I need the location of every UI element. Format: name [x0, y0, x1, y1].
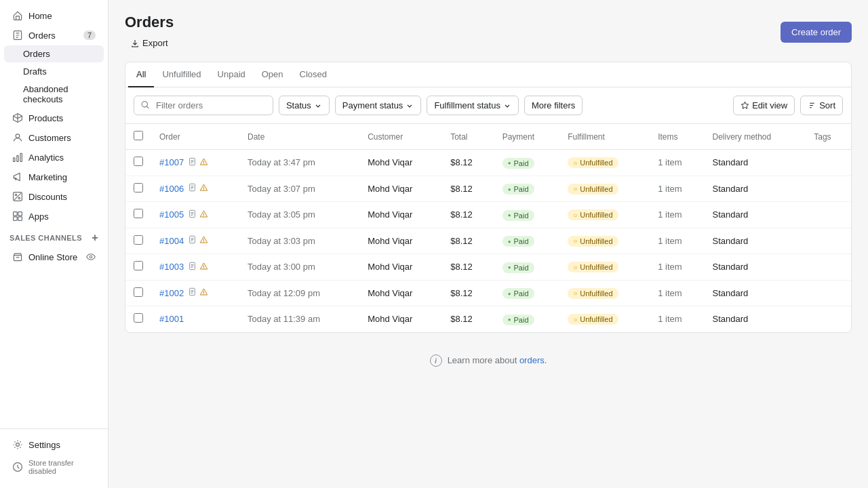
sort-button[interactable]: Sort [800, 96, 843, 115]
svg-rect-8 [14, 212, 18, 216]
row-date-cell: Today at 11:39 am [239, 306, 359, 332]
row-customer-cell: Mohd Viqar [359, 202, 442, 228]
sidebar-item-orders-sub[interactable]: Orders [4, 45, 104, 62]
doc-icon [188, 287, 197, 298]
row-checkbox[interactable] [134, 313, 143, 323]
row-fulfillment-cell: Unfulfilled [559, 176, 650, 202]
orders-tabs: All Unfulfilled Unpaid Open Closed [125, 62, 851, 87]
svg-rect-9 [18, 212, 22, 216]
sidebar-item-discounts[interactable]: Discounts [4, 187, 104, 206]
row-checkbox-cell[interactable] [125, 202, 151, 228]
row-checkbox[interactable] [134, 157, 143, 166]
sidebar-item-online-store[interactable]: Online Store [4, 247, 104, 266]
sidebar-item-marketing-label: Marketing [28, 172, 67, 182]
sidebar-item-home[interactable]: Home [4, 6, 104, 25]
sidebar-item-customers[interactable]: Customers [4, 128, 104, 147]
sidebar-item-store-transfer[interactable]: Store transfer disabled [4, 455, 104, 479]
fulfillment-status-filter-button[interactable]: Fulfillment status [427, 96, 519, 115]
row-tags-cell [806, 150, 851, 176]
more-filters-button[interactable]: More filters [524, 96, 583, 115]
row-checkbox[interactable] [134, 235, 143, 245]
export-button[interactable]: Export [125, 35, 174, 51]
table-row: #1003 Today at 3:00 pm Mohd Viqar $8.12 … [125, 254, 851, 281]
row-checkbox[interactable] [134, 209, 143, 218]
home-icon [12, 10, 23, 21]
svg-rect-4 [20, 153, 22, 161]
sidebar-item-settings[interactable]: Settings [4, 435, 104, 454]
sidebar-item-products-label: Products [28, 113, 63, 123]
row-total-cell: $8.12 [442, 280, 494, 306]
order-icons [188, 183, 208, 194]
row-delivery-cell: Standard [705, 202, 806, 228]
row-checkbox-cell[interactable] [125, 176, 151, 202]
sidebar-sub-abandoned-label: Abandoned checkouts [23, 84, 104, 104]
sidebar-item-apps[interactable]: Apps [4, 207, 104, 226]
payment-status-filter-button[interactable]: Payment status [335, 96, 422, 115]
doc-icon [188, 262, 197, 272]
order-link[interactable]: #1005 [159, 209, 184, 220]
tab-unpaid[interactable]: Unpaid [210, 62, 254, 87]
row-order-cell: #1001 [151, 306, 239, 332]
order-link[interactable]: #1004 [159, 236, 184, 246]
sidebar-item-drafts[interactable]: Drafts [4, 63, 104, 80]
row-delivery-cell: Standard [705, 254, 806, 281]
row-checkbox-cell[interactable] [125, 150, 151, 176]
warning-icon [199, 157, 208, 168]
edit-view-label: Edit view [752, 100, 787, 110]
order-link[interactable]: #1003 [159, 262, 184, 272]
select-all-th [125, 124, 151, 150]
sidebar-item-orders[interactable]: Orders 7 [4, 26, 104, 45]
row-date-cell: Today at 12:09 pm [239, 280, 359, 306]
row-checkbox[interactable] [134, 183, 143, 192]
tab-open[interactable]: Open [254, 62, 292, 87]
order-link[interactable]: #1006 [159, 184, 184, 194]
row-items-cell: 1 item [650, 254, 704, 281]
fulfillment-badge: Unfulfilled [568, 184, 618, 195]
sidebar-item-products[interactable]: Products [4, 108, 104, 127]
row-checkbox[interactable] [134, 287, 143, 297]
sidebar-item-analytics[interactable]: Analytics [4, 148, 104, 167]
sidebar-item-marketing[interactable]: Marketing [4, 167, 104, 186]
row-checkbox-cell[interactable] [125, 254, 151, 281]
sidebar-item-abandoned[interactable]: Abandoned checkouts [4, 81, 104, 108]
learn-more-link[interactable]: orders. [519, 355, 547, 365]
row-delivery-cell: Standard [705, 150, 806, 176]
sales-channels-label: SALES CHANNELS [9, 234, 82, 242]
add-sales-channel-icon[interactable]: + [92, 232, 98, 244]
row-total-cell: $8.12 [442, 176, 494, 202]
tab-closed[interactable]: Closed [292, 62, 335, 87]
row-payment-cell: Paid [494, 280, 560, 306]
order-link[interactable]: #1001 [159, 314, 184, 324]
row-date-cell: Today at 3:47 pm [239, 150, 359, 176]
svg-rect-11 [18, 217, 22, 221]
edit-view-button[interactable]: Edit view [733, 96, 795, 115]
create-order-button[interactable]: Create order [781, 22, 852, 43]
export-icon [130, 39, 140, 48]
row-checkbox[interactable] [134, 261, 143, 270]
payment-badge: Paid [502, 210, 534, 221]
payment-badge: Paid [502, 262, 534, 273]
orders-icon [12, 30, 23, 41]
sort-label: Sort [819, 100, 835, 110]
chevron-down-icon [314, 102, 322, 110]
status-filter-button[interactable]: Status [279, 96, 330, 115]
sidebar-sub-drafts-label: Drafts [23, 66, 47, 77]
row-checkbox-cell[interactable] [125, 280, 151, 306]
search-input[interactable] [134, 96, 273, 115]
tab-unfulfilled[interactable]: Unfulfilled [154, 62, 209, 87]
table-row: #1006 Today at 3:07 pm Mohd Viqar $8.12 … [125, 176, 851, 202]
row-items-cell: 1 item [650, 176, 704, 202]
page-title-area: Orders Export [125, 14, 174, 51]
row-total-cell: $8.12 [442, 306, 494, 332]
payment-badge: Paid [502, 314, 534, 325]
order-link[interactable]: #1002 [159, 288, 184, 298]
order-link[interactable]: #1007 [159, 157, 184, 167]
row-checkbox-cell[interactable] [125, 228, 151, 254]
sidebar: Home Orders 7 Orders Drafts Abandoned ch… [0, 0, 108, 488]
row-checkbox-cell[interactable] [125, 306, 151, 332]
learn-more-text: Learn more about orders. [448, 355, 547, 365]
row-customer-cell: Mohd Viqar [359, 176, 442, 202]
row-customer-cell: Mohd Viqar [359, 280, 442, 306]
tab-all[interactable]: All [128, 62, 154, 87]
select-all-checkbox[interactable] [134, 131, 143, 140]
